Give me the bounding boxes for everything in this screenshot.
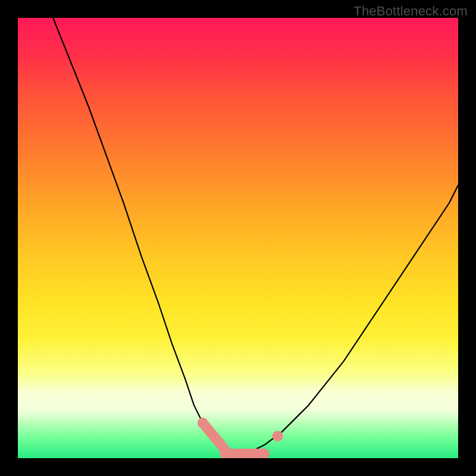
left-curve <box>53 18 229 458</box>
salmon-upper-dot <box>198 418 208 428</box>
plot-area <box>18 18 458 458</box>
right-curve <box>247 185 458 458</box>
salmon-far-dot <box>273 431 283 441</box>
chart-frame: TheBottleneck.com <box>0 0 476 476</box>
curve-layer <box>18 18 458 458</box>
watermark-text: TheBottleneck.com <box>353 4 468 19</box>
